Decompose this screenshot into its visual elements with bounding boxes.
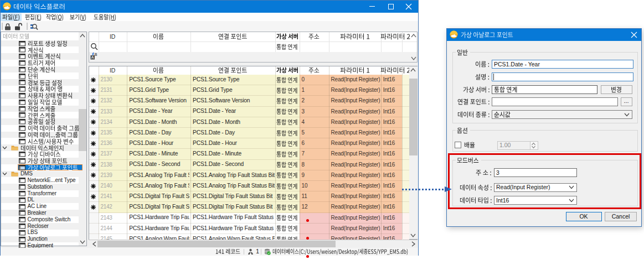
svg-text:B: B — [95, 53, 97, 56]
svg-text:A: A — [91, 55, 94, 59]
